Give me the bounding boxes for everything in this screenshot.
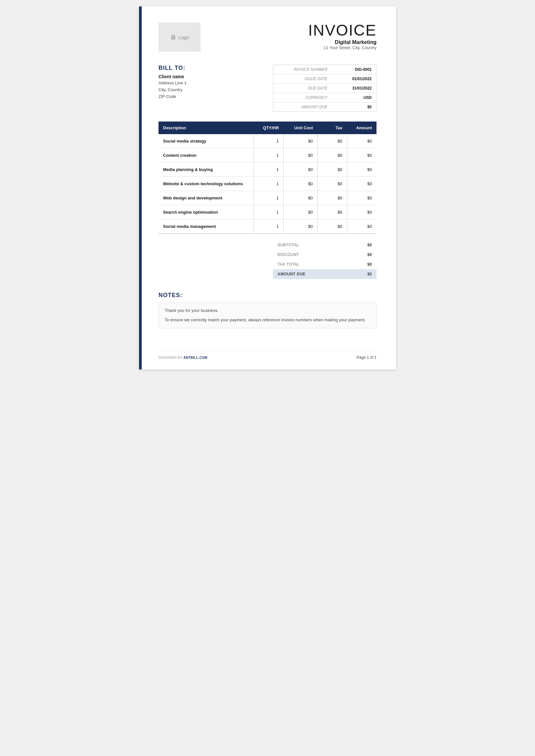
item-qty: 1 xyxy=(254,205,283,220)
discount-row: DISCOUNT $0 xyxy=(273,250,377,259)
invoice-detail-row: INVOICE NUMBERDIG-0001 xyxy=(273,65,376,74)
col-header-amount: Amount xyxy=(347,122,377,134)
detail-label: CURRENCY xyxy=(273,93,332,102)
totals-table: SUBTOTAL $0 DISCOUNT $0 TAX TOTAL $0 AMO… xyxy=(273,240,377,279)
item-tax: $0 xyxy=(317,191,347,205)
detail-label: AMOUNT DUE xyxy=(273,102,332,112)
note1: Thank you for your business. xyxy=(165,308,370,314)
item-amount: $0 xyxy=(347,177,377,191)
col-header-unit-cost: Unit Cost xyxy=(283,122,317,134)
invoice-detail-row: AMOUNT DUE$0 xyxy=(273,102,376,112)
item-description: Social media strategy xyxy=(158,134,254,148)
table-row: Social media strategy 1 $0 $0 $0 xyxy=(158,134,377,148)
page-info: Page 1 of 1 xyxy=(357,355,377,360)
address-line1: Address Line 1 xyxy=(158,80,267,87)
table-row: Search engine optimisation 1 $0 $0 $0 xyxy=(158,205,377,220)
col-header-qty: QTY/HR xyxy=(254,122,283,134)
invoice-detail-row: CURRENCYUSD xyxy=(273,93,376,102)
item-description: Social media management xyxy=(158,220,254,234)
invoice-page: 🖥 Logo INVOICE Digital Marketing 11 Your… xyxy=(139,7,396,369)
item-description: Website & custom technology solutions xyxy=(158,177,254,191)
item-unit-cost: $0 xyxy=(283,134,317,148)
address-line2: City, Country xyxy=(158,87,267,94)
footer: DESIGNED BY ANTBILL.COM Page 1 of 1 xyxy=(158,350,377,360)
items-table: Description QTY/HR Unit Cost Tax Amount … xyxy=(158,122,377,234)
detail-value: USD xyxy=(332,93,376,102)
tax-total-label: TAX TOTAL xyxy=(273,259,348,269)
item-description: Content creation xyxy=(158,148,254,163)
detail-value: DIG-0001 xyxy=(332,65,376,74)
tax-total-value: $0 xyxy=(348,259,377,269)
item-amount: $0 xyxy=(347,220,377,234)
note2: To ensure we correctly match your paymen… xyxy=(165,317,370,324)
notes-section: NOTES: Thank you for your business. To e… xyxy=(158,292,377,328)
item-amount: $0 xyxy=(347,205,377,220)
item-unit-cost: $0 xyxy=(283,191,317,205)
company-name: Digital Marketing xyxy=(308,40,377,45)
subtotal-value: $0 xyxy=(348,240,377,250)
detail-label: ISSUE DATE xyxy=(273,74,332,84)
logo-label: Logo xyxy=(178,35,189,40)
invoice-detail-row: DUE DATE31/01/2022 xyxy=(273,84,376,93)
table-row: Website & custom technology solutions 1 … xyxy=(158,177,377,191)
item-description: Search engine optimisation xyxy=(158,205,254,220)
footer-left: DESIGNED BY ANTBILL.COM xyxy=(158,356,207,360)
logo-icon: 🖥 xyxy=(170,34,176,41)
table-row: Media planning & buying 1 $0 $0 $0 xyxy=(158,163,377,177)
table-row: Web design and development 1 $0 $0 $0 xyxy=(158,191,377,205)
subtotal-label: SUBTOTAL xyxy=(273,240,348,250)
invoice-title: INVOICE xyxy=(308,23,377,38)
item-qty: 1 xyxy=(254,191,283,205)
item-qty: 1 xyxy=(254,177,283,191)
table-row: Content creation 1 $0 $0 $0 xyxy=(158,148,377,163)
client-address: Address Line 1 City, Country ZIP Code xyxy=(158,80,267,100)
logo-box: 🖥 Logo xyxy=(158,23,201,52)
designed-by-prefix: DESIGNED BY xyxy=(158,356,183,360)
notes-box: Thank you for your business. To ensure w… xyxy=(158,303,377,328)
item-unit-cost: $0 xyxy=(283,163,317,177)
bill-to: BILL TO: Client name Address Line 1 City… xyxy=(158,65,267,112)
header-right: INVOICE Digital Marketing 11 Your Street… xyxy=(308,23,377,50)
notes-title: NOTES: xyxy=(158,292,377,299)
item-amount: $0 xyxy=(347,134,377,148)
discount-value: $0 xyxy=(348,250,377,259)
detail-label: DUE DATE xyxy=(273,84,332,93)
header: 🖥 Logo INVOICE Digital Marketing 11 Your… xyxy=(158,23,377,52)
item-qty: 1 xyxy=(254,220,283,234)
item-tax: $0 xyxy=(317,134,347,148)
subtotal-row: SUBTOTAL $0 xyxy=(273,240,377,250)
item-unit-cost: $0 xyxy=(283,177,317,191)
item-description: Media planning & buying xyxy=(158,163,254,177)
item-tax: $0 xyxy=(317,205,347,220)
bill-to-title: BILL TO: xyxy=(158,65,267,71)
item-tax: $0 xyxy=(317,177,347,191)
item-amount: $0 xyxy=(347,163,377,177)
amount-due-value: $0 xyxy=(348,269,377,279)
invoice-detail-row: ISSUE DATE01/01/2022 xyxy=(273,74,376,84)
amount-due-row: AMOUNT DUE $0 xyxy=(273,269,377,279)
item-unit-cost: $0 xyxy=(283,148,317,163)
invoice-details: INVOICE NUMBERDIG-0001ISSUE DATE01/01/20… xyxy=(273,65,377,112)
item-unit-cost: $0 xyxy=(283,205,317,220)
table-row: Social media management 1 $0 $0 $0 xyxy=(158,220,377,234)
detail-value: 01/01/2022 xyxy=(332,74,376,84)
item-amount: $0 xyxy=(347,191,377,205)
item-description: Web design and development xyxy=(158,191,254,205)
item-tax: $0 xyxy=(317,163,347,177)
col-header-tax: Tax xyxy=(317,122,347,134)
antbill-link[interactable]: ANTBILL.COM xyxy=(183,356,207,360)
detail-value: $0 xyxy=(332,102,376,112)
discount-label: DISCOUNT xyxy=(273,250,348,259)
company-address: 11 Your Street, City, Country xyxy=(308,45,377,50)
item-tax: $0 xyxy=(317,148,347,163)
item-qty: 1 xyxy=(254,134,283,148)
detail-label: INVOICE NUMBER xyxy=(273,65,332,74)
item-tax: $0 xyxy=(317,220,347,234)
item-unit-cost: $0 xyxy=(283,220,317,234)
item-amount: $0 xyxy=(347,148,377,163)
item-qty: 1 xyxy=(254,148,283,163)
amount-due-label: AMOUNT DUE xyxy=(273,269,348,279)
col-header-description: Description xyxy=(158,122,254,134)
address-line3: ZIP Code xyxy=(158,94,267,100)
totals-section: SUBTOTAL $0 DISCOUNT $0 TAX TOTAL $0 AMO… xyxy=(158,240,377,279)
